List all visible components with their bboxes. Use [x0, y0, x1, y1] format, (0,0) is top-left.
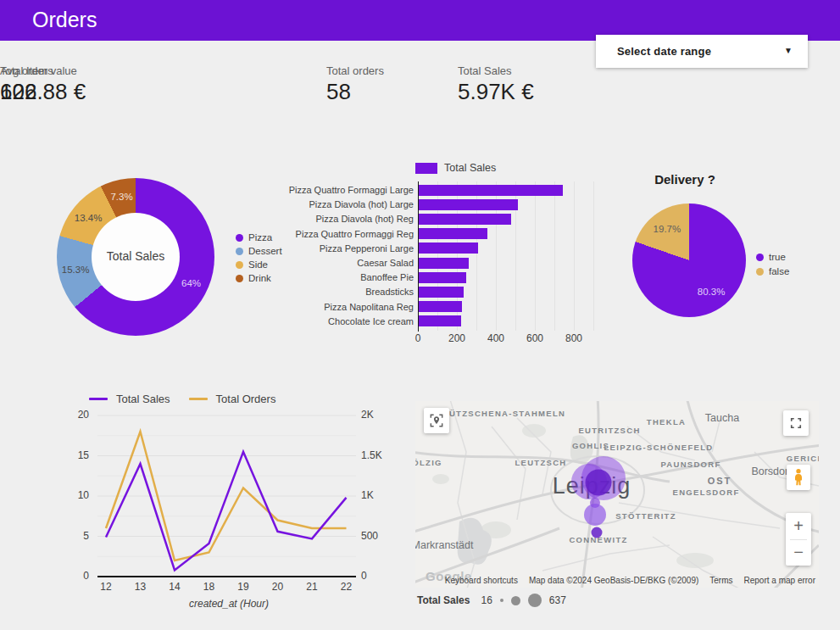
pegman-icon	[792, 468, 805, 487]
x-tick-label: 22	[331, 581, 362, 593]
zoom-in-button[interactable]: +	[786, 514, 811, 539]
bar[interactable]	[419, 243, 478, 254]
x-tick-label: 800	[557, 332, 591, 344]
scorecard-value: 58	[326, 79, 384, 105]
legend-item-label: Drink	[248, 273, 271, 283]
legend-item[interactable]: Dessert	[236, 246, 282, 256]
line-series-total-sales[interactable]	[106, 452, 347, 571]
date-range-label: Select date range	[617, 45, 711, 58]
slice-pct-label: 7.3%	[110, 192, 132, 202]
fullscreen-icon	[788, 415, 804, 431]
location-pin-icon	[428, 412, 445, 429]
bar-chart-legend: Total Sales	[415, 162, 496, 174]
bar-category-label: Chocolate Ice cream	[283, 315, 414, 328]
scorecard-avg-order-value: Avg order value 102.88 €	[0, 64, 86, 105]
geo-bubble-map[interactable]: LÜTZSCHENA-STAHMELNEUTRITZSCHGOHLISLEIPZ…	[415, 401, 819, 588]
bar-category-label: Pizza Pepperoni Large	[283, 242, 414, 255]
bar[interactable]	[419, 287, 464, 298]
legend-item[interactable]: true	[756, 252, 789, 262]
x-tick-label: 14	[159, 581, 190, 593]
size-dot-large	[528, 594, 542, 607]
bar-category-label: Pizza Quattro Formaggi Large	[283, 183, 414, 197]
report-map-error-link[interactable]: Report a map error	[744, 576, 815, 585]
map-bubble[interactable]	[592, 527, 603, 538]
bar[interactable]	[419, 214, 511, 225]
map-recenter-button[interactable]	[424, 408, 449, 433]
bar[interactable]	[419, 272, 466, 283]
bar-category-label: Breadsticks	[283, 285, 414, 298]
x-tick-label: 19	[228, 581, 259, 593]
map-zoom-control: + −	[786, 513, 811, 566]
page-title: Orders	[32, 8, 97, 32]
map-place-label: ÖLZIG	[415, 458, 442, 467]
scorecard-label: Total orders	[326, 64, 384, 77]
map-bubble[interactable]	[586, 470, 612, 496]
slice-pct-label: 19.7%	[654, 224, 681, 234]
legend-item[interactable]: Drink	[236, 273, 282, 283]
y-tick-label: 15	[55, 449, 89, 461]
size-legend-metric: Total Sales	[417, 594, 470, 606]
zoom-out-button[interactable]: −	[786, 540, 811, 566]
terms-link[interactable]: Terms	[709, 576, 732, 585]
y-tick-label: 20	[55, 409, 89, 421]
map-place-label: LÜTZSCHENA-STAHMELN	[443, 409, 565, 418]
bubble-size-legend: Total Sales 16 637	[417, 594, 566, 607]
legend-item-label: true	[769, 252, 786, 262]
slice-pct-label: 64%	[181, 278, 201, 288]
map-place-label: PAUNSDORF	[660, 460, 720, 469]
map-bubble[interactable]	[584, 504, 606, 526]
x-tick-label: 200	[440, 332, 474, 344]
map-place-label: Markranstädt	[415, 539, 473, 551]
bar-y-axis-line	[418, 181, 419, 332]
pie-title: Delivery ?	[610, 172, 759, 187]
bar-category-label: Caesar Salad	[283, 256, 414, 270]
pie-legend: truefalse	[756, 252, 789, 276]
x-tick-label: 21	[297, 581, 327, 593]
bar[interactable]	[419, 315, 461, 326]
bar[interactable]	[419, 185, 563, 196]
map-fullscreen-button[interactable]	[783, 410, 809, 436]
bar[interactable]	[419, 228, 487, 239]
y-tick-label: 2K	[361, 409, 395, 421]
size-legend-max: 637	[549, 594, 566, 606]
legend-item[interactable]: false	[756, 266, 789, 276]
x-tick-label: 18	[194, 581, 225, 593]
legend-dot-icon	[236, 275, 243, 282]
bar-category-label: Pizza Napolitana Reg	[283, 300, 414, 314]
legend-item[interactable]: Side	[236, 259, 282, 270]
map-place-label: STÖTTERITZ	[615, 511, 676, 521]
map-place-label: LEIPZIG-SCHÖNEFELD	[604, 443, 714, 452]
map-place-label: THEKLA	[647, 417, 686, 427]
y-tick-label: 0	[361, 570, 395, 582]
map-place-label: LEUTZSCH	[515, 458, 566, 467]
pie-graphic[interactable]	[632, 203, 746, 317]
bar[interactable]	[419, 301, 462, 312]
legend-item[interactable]: Pizza	[236, 232, 282, 243]
x-tick-label: 0	[401, 332, 435, 344]
keyboard-shortcuts-link[interactable]: Keyboard shortcuts	[445, 576, 518, 585]
map-pegman-button[interactable]	[787, 465, 810, 490]
map-data-credit: Map data ©2024 GeoBasis-DE/BKG (©2009)	[529, 576, 698, 585]
map-place-label: GERICHS	[787, 454, 819, 463]
bar[interactable]	[419, 258, 469, 269]
dashboard-page: Orders Select date range ▼ Total orders …	[0, 0, 840, 630]
bar-category-label: Pizza Diavola (hot) Large	[283, 198, 414, 211]
bar[interactable]	[419, 199, 518, 210]
size-dot-small	[500, 599, 503, 602]
x-tick-label: 13	[125, 581, 156, 593]
y-tick-label: 0	[55, 570, 89, 582]
scorecard-value: 102.88 €	[0, 79, 86, 105]
map-place-label: ENGELSDORF	[673, 488, 740, 497]
legend-dot-icon	[756, 254, 764, 261]
y-tick-label: 10	[55, 489, 89, 501]
date-range-control[interactable]: Select date range ▼	[596, 35, 808, 68]
legend-item-label: Dessert	[248, 246, 282, 256]
x-tick-label: 12	[91, 581, 121, 593]
map-place-label: OST	[708, 476, 732, 486]
legend-swatch	[415, 163, 437, 174]
bar-category-label: Pizza Diavola (hot) Reg	[283, 212, 414, 226]
legend-dot-icon	[756, 268, 764, 276]
scorecard-total-orders: Total orders 58	[326, 64, 384, 105]
donut-legend: PizzaDessertSideDrink	[236, 232, 282, 283]
legend-item-label: false	[769, 266, 789, 276]
